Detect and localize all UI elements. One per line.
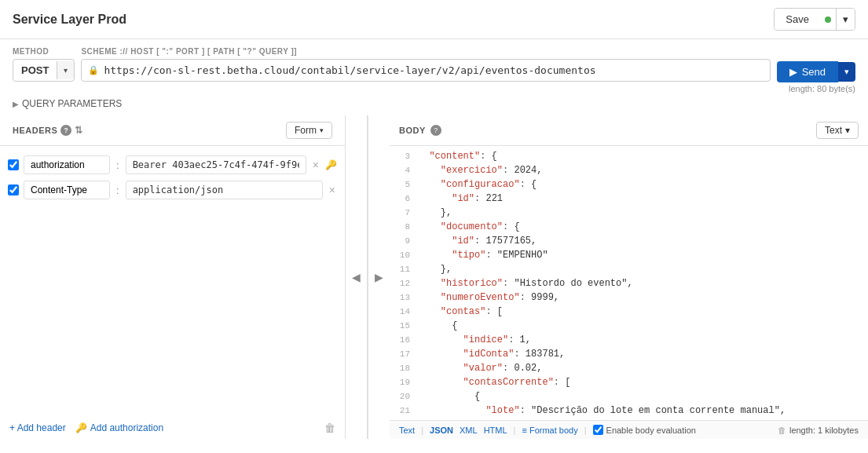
code-line: 19 "contasCorrente": [	[390, 375, 868, 389]
body-xml-type[interactable]: XML	[460, 426, 478, 435]
line-content: },	[418, 262, 868, 276]
header-key-input-1[interactable]	[24, 155, 110, 174]
eval-label: Enable body evaluation	[606, 426, 696, 435]
line-number: 13	[390, 290, 418, 305]
body-html-type[interactable]: HTML	[484, 426, 507, 435]
line-number: 10	[390, 248, 418, 262]
expand-toggle[interactable]: ▶	[368, 115, 390, 439]
line-number: 9	[390, 234, 418, 248]
add-authorization-button[interactable]: 🔑 Add authorization	[75, 422, 163, 433]
code-line: 21 "lote": "Descrição do lote em conta c…	[390, 404, 868, 418]
line-number: 17	[390, 347, 418, 361]
scheme-label: SCHEME :// HOST [ ":" PORT ] [ PATH [ "?…	[81, 47, 770, 56]
line-number: 5	[390, 177, 418, 192]
line-content: "documento": {	[418, 220, 868, 234]
line-number: 11	[390, 262, 418, 276]
query-params-label: QUERY PARAMETERS	[22, 98, 122, 109]
text-button[interactable]: Text ▾	[816, 122, 859, 139]
method-label: METHOD	[13, 47, 75, 56]
send-button[interactable]: ▶ Send	[777, 61, 838, 82]
add-auth-label: Add authorization	[90, 422, 163, 433]
headers-sort-icon[interactable]: ⇅	[75, 125, 83, 136]
code-line: 12 "historico": "Histordo do evento",	[390, 276, 868, 290]
line-number: 20	[390, 389, 418, 404]
code-line: 3 "content": {	[390, 149, 868, 163]
header-row: : ×	[0, 177, 345, 203]
url-input[interactable]	[104, 60, 763, 81]
method-select[interactable]: POST ▾	[13, 59, 75, 82]
chevron-right-icon: ▶	[13, 100, 19, 108]
trash-icon[interactable]: 🗑	[778, 426, 786, 435]
send-dropdown-arrow[interactable]: ▾	[838, 62, 855, 82]
line-number: 14	[390, 305, 418, 319]
line-number: 19	[390, 375, 418, 389]
save-button[interactable]: Save	[775, 9, 820, 30]
text-arrow-icon: ▾	[845, 125, 850, 136]
code-line: 6 "id": 221	[390, 192, 868, 206]
header-row: : × 🔑	[0, 152, 345, 177]
code-line: 13 "numeroEvento": 9999,	[390, 290, 868, 305]
right-panel: BODY ? Text ▾ 3 "content": {4 "exercicio…	[390, 115, 868, 439]
delete-all-headers-button[interactable]: 🗑	[324, 422, 335, 434]
header-secret-1[interactable]: 🔑	[325, 159, 337, 170]
query-params-toggle[interactable]: ▶ QUERY PARAMETERS	[13, 98, 855, 109]
code-area[interactable]: 3 "content": {4 "exercicio": 2024,5 "con…	[390, 146, 868, 420]
body-json-type[interactable]: JSON	[430, 426, 453, 435]
format-body-button[interactable]: ≡ Format body	[522, 426, 577, 435]
line-content: "id": 17577165,	[418, 234, 868, 248]
body-label: BODY	[399, 126, 426, 135]
code-line: 20 {	[390, 389, 868, 404]
body-info-icon[interactable]: ?	[430, 125, 441, 136]
method-dropdown-arrow[interactable]: ▾	[57, 61, 74, 79]
line-content: "indice": 1,	[418, 333, 868, 347]
text-label: Text	[825, 125, 842, 136]
method-bar: METHOD POST ▾ SCHEME :// HOST [ ":" PORT…	[0, 39, 868, 82]
key-icon: 🔑	[75, 422, 87, 433]
app-title: Service Layer Prod	[13, 13, 126, 27]
line-number: 8	[390, 220, 418, 234]
line-content: "contasCorrente": [	[418, 375, 868, 389]
line-number: 15	[390, 319, 418, 333]
code-line: 7 },	[390, 206, 868, 220]
save-dropdown-arrow[interactable]: ▾	[836, 9, 855, 30]
line-number: 21	[390, 404, 418, 418]
body-length: length: 1 kilobytes	[789, 426, 859, 435]
format-icon: ≡	[522, 426, 526, 435]
lock-icon: 🔒	[88, 65, 99, 75]
line-number: 12	[390, 276, 418, 290]
form-button[interactable]: Form ▾	[286, 122, 332, 139]
panel-collapse-toggle[interactable]: ◀	[346, 115, 368, 439]
query-params-row: ▶ QUERY PARAMETERS	[0, 95, 868, 115]
code-line: 17 "idConta": 183781,	[390, 347, 868, 361]
add-header-button[interactable]: + Add header	[9, 422, 66, 433]
code-line: 10 "tipo": "EMPENHO"	[390, 248, 868, 262]
line-number: 4	[390, 163, 418, 177]
line-content: "numeroEvento": 9999,	[418, 290, 868, 305]
header-key-input-2[interactable]	[24, 181, 110, 199]
enable-eval-checkbox[interactable]	[593, 425, 603, 435]
headers-label: HEADERS	[13, 126, 57, 135]
line-number: 16	[390, 333, 418, 347]
header-checkbox-2[interactable]	[8, 184, 19, 195]
headers-info-icon[interactable]: ?	[60, 125, 71, 136]
code-line: 8 "documento": {	[390, 220, 868, 234]
save-dot	[825, 16, 831, 23]
header-clear-1[interactable]: ×	[311, 159, 320, 171]
line-content: {	[418, 319, 868, 333]
body-text-type[interactable]: Text	[399, 426, 415, 435]
code-line: 18 "valor": 0.02,	[390, 361, 868, 375]
code-line: 5 "configuracao": {	[390, 177, 868, 192]
line-number: 7	[390, 206, 418, 220]
header-val-input-2[interactable]	[126, 181, 323, 199]
code-line: 14 "contas": [	[390, 305, 868, 319]
send-icon: ▶	[789, 66, 797, 78]
header-checkbox-1[interactable]	[8, 159, 19, 170]
line-content: "exercicio": 2024,	[418, 163, 868, 177]
line-number: 6	[390, 192, 418, 206]
header-val-input-1[interactable]	[126, 155, 306, 174]
top-bar: Service Layer Prod Save ▾	[0, 0, 868, 39]
code-line: 16 "indice": 1,	[390, 333, 868, 347]
header-clear-2[interactable]: ×	[328, 184, 337, 196]
code-line: 9 "id": 17577165,	[390, 234, 868, 248]
line-content: "id": 221	[418, 192, 868, 206]
